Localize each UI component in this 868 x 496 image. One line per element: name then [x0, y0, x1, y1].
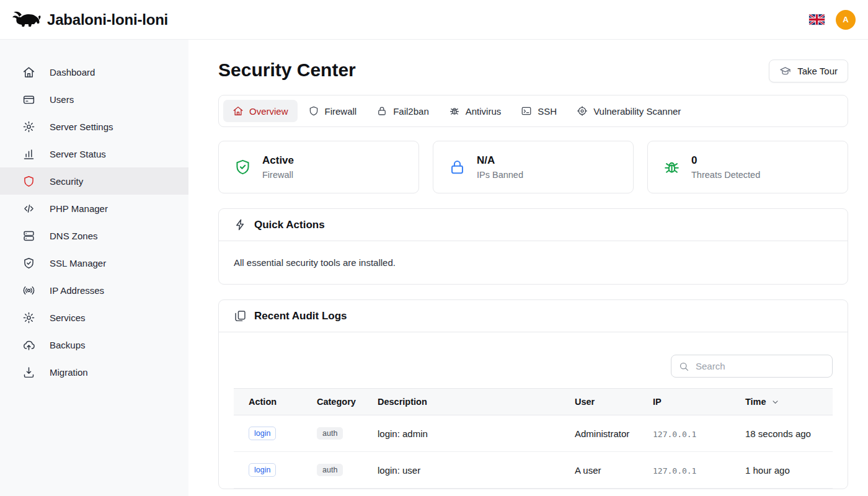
tab-overview[interactable]: Overview — [223, 100, 298, 122]
sidebar-item-server-status[interactable]: Server Status — [0, 140, 188, 167]
search-input[interactable] — [671, 355, 833, 378]
sidebar-item-label: Services — [50, 312, 86, 323]
sidebar-item-label: Migration — [50, 367, 88, 378]
cloud-up-icon — [22, 339, 35, 352]
column-header-label: Description — [378, 397, 427, 407]
column-header-label: IP — [653, 397, 662, 407]
audit-table: ActionCategoryDescriptionUserIPTime logi… — [234, 388, 833, 489]
lightning-icon — [234, 218, 247, 231]
sidebar-item-ssl-manager[interactable]: SSL Manager — [0, 249, 188, 277]
sidebar-item-users[interactable]: Users — [0, 86, 188, 113]
time-cell: 18 seconds ago — [735, 415, 833, 452]
stat-card-threats-detected: 0Threats Detected — [647, 141, 848, 193]
stat-label: IPs Banned — [477, 170, 523, 180]
tab-ssh[interactable]: SSH — [512, 100, 566, 122]
target-icon — [577, 105, 588, 117]
sidebar-item-dns-zones[interactable]: DNS Zones — [0, 222, 188, 249]
sidebar-item-backups[interactable]: Backups — [0, 331, 188, 358]
stats-row: ActiveFirewallN/AIPs Banned0Threats Dete… — [218, 141, 848, 193]
bug-icon — [663, 158, 681, 176]
description-cell: login: user — [368, 452, 565, 489]
tab-label: Firewall — [325, 106, 357, 117]
brand[interactable]: Jabaloni-loni-loni — [12, 10, 168, 29]
column-header-ip: IP — [643, 389, 735, 415]
app-title: Jabaloni-loni-loni — [47, 11, 168, 29]
app-layout: DashboardUsersServer SettingsServer Stat… — [0, 40, 868, 496]
quick-actions-header: Quick Actions — [219, 209, 848, 241]
home-icon — [232, 105, 244, 117]
column-header-category: Category — [307, 389, 368, 415]
time-cell: 1 hour ago — [735, 452, 833, 489]
wallet-icon — [22, 93, 35, 106]
tab-fail2ban[interactable]: Fail2ban — [367, 100, 438, 122]
broadcast-icon — [22, 284, 35, 297]
shield-icon — [22, 175, 35, 188]
graduation-cap-icon — [779, 65, 791, 77]
column-header-label: Category — [317, 397, 356, 407]
sidebar-item-server-settings[interactable]: Server Settings — [0, 113, 188, 140]
ip-value: 127.0.0.1 — [653, 430, 696, 439]
audit-logs-card: Recent Audit Logs ActionCategoryDescript… — [218, 299, 848, 489]
sidebar-item-php-manager[interactable]: PHP Manager — [0, 195, 188, 222]
user-avatar[interactable]: A — [836, 10, 856, 30]
shield-check-icon — [22, 257, 35, 270]
lock-icon — [376, 105, 388, 117]
terminal-icon — [521, 105, 532, 117]
ip-value: 127.0.0.1 — [653, 466, 696, 476]
sidebar-item-label: Server Status — [50, 149, 106, 159]
stat-value: N/A — [477, 154, 523, 167]
audit-search-row — [234, 355, 833, 378]
sidebar-item-label: PHP Manager — [50, 203, 108, 214]
action-badge: login — [249, 463, 276, 477]
column-header-label: User — [575, 397, 595, 407]
chart-icon — [22, 148, 35, 161]
tab-label: Vulnerability Scanner — [593, 106, 681, 117]
tab-label: Antivirus — [466, 106, 502, 117]
stat-label: Firewall — [262, 170, 294, 180]
stat-label: Threats Detected — [691, 170, 760, 180]
main-content: Security Center Take Tour OverviewFirewa… — [188, 40, 868, 496]
download-icon — [22, 366, 35, 379]
gear-icon — [22, 311, 35, 324]
stat-card-firewall: ActiveFirewall — [218, 141, 419, 193]
sidebar-item-services[interactable]: Services — [0, 304, 188, 331]
app-header: Jabaloni-loni-loni A — [0, 0, 868, 40]
stack-icon — [22, 229, 35, 242]
audit-logs-title: Recent Audit Logs — [254, 310, 347, 322]
quick-actions-card: Quick Actions All essential security too… — [218, 208, 848, 285]
column-header-description: Description — [368, 389, 565, 415]
category-badge: auth — [317, 464, 343, 476]
language-flag-icon[interactable] — [809, 14, 825, 25]
sidebar-item-label: Users — [50, 94, 74, 105]
audit-logs-icon — [234, 309, 247, 322]
sidebar-item-ip-addresses[interactable]: IP Addresses — [0, 277, 188, 304]
chevron-down-icon — [771, 397, 780, 407]
sidebar-item-label: DNS Zones — [50, 231, 98, 241]
column-header-label: Time — [745, 397, 766, 407]
column-header-user: User — [565, 389, 643, 415]
take-tour-button[interactable]: Take Tour — [769, 60, 848, 82]
sidebar-item-migration[interactable]: Migration — [0, 358, 188, 386]
sidebar-item-label: Security — [50, 176, 83, 187]
user-cell: Administrator — [565, 415, 643, 452]
tab-label: SSH — [538, 106, 557, 117]
take-tour-label: Take Tour — [797, 66, 838, 76]
tab-vulnerability-scanner[interactable]: Vulnerability Scanner — [567, 100, 690, 122]
stat-value: 0 — [691, 154, 760, 167]
audit-logs-body: ActionCategoryDescriptionUserIPTime logi… — [219, 332, 848, 489]
audit-search — [671, 355, 833, 378]
sidebar-item-security[interactable]: Security — [0, 167, 188, 195]
tab-antivirus[interactable]: Antivirus — [440, 100, 511, 122]
audit-table-head-row: ActionCategoryDescriptionUserIPTime — [234, 389, 833, 415]
tab-firewall[interactable]: Firewall — [299, 100, 366, 122]
action-badge: login — [249, 427, 276, 440]
sidebar-item-dashboard[interactable]: Dashboard — [0, 58, 188, 86]
stat-value: Active — [262, 154, 294, 167]
page-head: Security Center Take Tour — [218, 60, 848, 82]
lock-icon — [448, 158, 466, 176]
sidebar-item-label: IP Addresses — [50, 285, 104, 296]
audit-table-row: loginauthlogin: adminAdministrator127.0.… — [234, 415, 833, 452]
column-header-action: Action — [234, 389, 307, 415]
column-header-time[interactable]: Time — [735, 389, 833, 415]
audit-table-row: loginauthlogin: userA user127.0.0.11 hou… — [234, 452, 833, 489]
